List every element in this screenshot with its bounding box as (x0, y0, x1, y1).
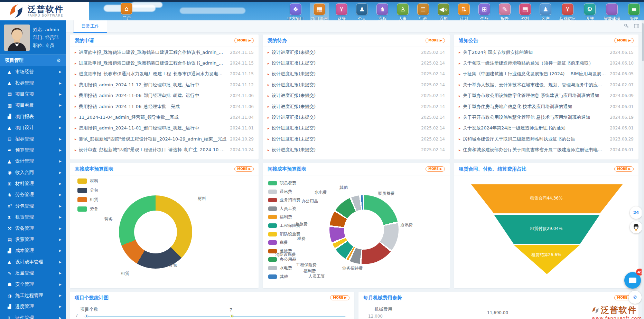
sidebar-item-20[interactable]: ◑ 施工过程管理 ▶ (0, 290, 66, 301)
sidebar-item-10[interactable]: ⊞ 材料管理 ▶ (0, 178, 66, 189)
nav-item-0[interactable]: ❖ 甲方项目 (286, 3, 305, 23)
legend-item[interactable]: 职员餐费 (268, 180, 296, 186)
tab-daily-work[interactable]: 日常工作 (73, 20, 107, 33)
sidebar-item-19[interactable]: ☗ 安全管理 ▶ (0, 279, 66, 290)
todo-row[interactable]: ▸设计进度汇报(未提交)2025.02.14 (263, 101, 450, 112)
sidebar-item-6[interactable]: ⊟ 招标管理 ▶ (0, 133, 66, 144)
request-row[interactable]: ▸进度款申报_珠海鹤港口建设_珠海鹤港口建设工程合作协议书_admin_...2… (70, 58, 259, 68)
more-button[interactable]: MORE ▶ (614, 166, 634, 172)
legend-item[interactable]: 材料 (77, 178, 98, 184)
sidebar-item-15[interactable]: ▤ 发票管理 ▶ (0, 234, 66, 245)
legend-item[interactable]: 水电费 (268, 265, 292, 271)
todo-row[interactable]: ▸设计进度汇报(未提交)2025.02.14 (263, 145, 450, 155)
notice-row[interactable]: ▸关于2024年国庆节放假安排的通知2024.06.15 (454, 47, 638, 58)
request-row[interactable]: ▸费用报销_admin_2024-11-12_部门经理审批_胡建,_运行中202… (70, 79, 259, 90)
sidebar-item-9[interactable]: ◉ 收入合同 ▶ (0, 167, 66, 178)
todo-row[interactable]: ▸设计进度汇报(未提交)2025.02.14 (263, 134, 450, 144)
sidebar-item-7[interactable]: ▰ 预算管理 ▶ (0, 145, 66, 156)
notice-row[interactable]: ▸于征集《中国建筑施工行业信息化发展报告 (2024) —BIM应用与发展》材料… (454, 69, 638, 79)
legend-item[interactable]: 人员工资 (268, 206, 296, 212)
sidebar-item-12[interactable]: x² 分包管理 ▶ (0, 201, 66, 212)
nav-item-9[interactable]: ⊞ 任务 (476, 3, 492, 23)
nav-item-12[interactable]: ♟ 客户 (538, 3, 553, 23)
nav-item-10[interactable]: ✎ 报告 (497, 3, 513, 23)
legend-item[interactable]: 福利费 (268, 214, 292, 220)
sidebar-item-0[interactable]: ▲ 市场经营 ▶ (0, 66, 66, 77)
legend-item[interactable]: 通讯费 (268, 189, 292, 195)
request-row[interactable]: ▸进度款申报_长春市伊通河水力发电厂改建工程_长春市伊通河水力发电...2024… (70, 69, 259, 79)
sidebar-item-5[interactable]: ▲ 项目设计 ▶ (0, 122, 66, 133)
sidebar-item-3[interactable]: ▥ 项目看板 ▶ (0, 100, 66, 111)
todo-row[interactable]: ▸设计进度汇报(未提交)2025.02.14 (263, 123, 450, 134)
notice-row[interactable]: ▸房和城乡建设厅关于取消二级建造师临时执业证书的公告2023.08.29 (454, 134, 638, 144)
notice-row[interactable]: ▸住房和城乡建设部办公厅关于同意吉林省开展二级建造师注册证书电子化试点...20… (454, 145, 638, 155)
sidebar-item-17[interactable]: ▲ 设计成本管理 ▶ (0, 257, 66, 268)
notice-row[interactable]: ▸关于领取一级注册建造师增项贴的通知（须持一建证书前来领取）2024.06.10 (454, 58, 638, 68)
request-row[interactable]: ▸11_2024-11-04_admin_经营部_领导审批__完成2024.11… (70, 112, 259, 123)
request-row[interactable]: ▸进度款申报_珠海鹤港口建设_珠海鹤港口建设工程合作协议书_admin_...2… (70, 47, 259, 58)
sidebar-item-8[interactable]: ▲ 设计管理 ▶ (0, 156, 66, 167)
todo-row[interactable]: ▸设计进度汇报(未提交)2025.02.14 (263, 90, 450, 101)
legend-item[interactable]: 劳务 (77, 206, 98, 212)
data-point[interactable] (230, 315, 233, 318)
phone-contact-button[interactable]: ✆ (628, 291, 642, 304)
nav-item-13[interactable]: ¥ 基础信息 (558, 3, 577, 23)
nav-item-15[interactable]: 智能建模 (602, 3, 622, 23)
request-row[interactable]: ▸设计审查_彭祖新城"四馆"景观工程设计项目_请选择_胡广生_2024-10-2… (70, 145, 259, 155)
legend-item[interactable]: 业务招待费 (268, 197, 300, 203)
more-button[interactable]: MORE ▶ (614, 38, 634, 43)
todo-row[interactable]: ▸设计进度汇报(未提交)2025.02.14 (263, 47, 450, 58)
sidebar-item-16[interactable]: ▟ 成本管理 ▶ (0, 245, 66, 256)
sidebar-item-18[interactable]: ✎ 质量管理 ▶ (0, 268, 66, 279)
scrollbar[interactable] (642, 20, 644, 319)
notice-row[interactable]: ▸关于举办大数据、云计算技术在城市建设、规划、管理与服务中的应用培训班...20… (454, 79, 638, 90)
nav-item-portal[interactable]: ⌂ 门户 (118, 3, 136, 21)
sidebar-item-14[interactable]: ⚒ 设备管理 ▶ (0, 223, 66, 234)
nav-item-3[interactable]: ♟ 个人 (354, 3, 370, 23)
request-row[interactable]: ▸费用报销_admin_2024-11-06_总经理审批__完成2024.11.… (70, 101, 259, 112)
nav-item-6[interactable]: ≣ 行政 (415, 3, 431, 23)
more-button[interactable]: MORE ▶ (426, 38, 445, 43)
sidebar-item-13[interactable]: ⧗ 租赁管理 ▶ (0, 212, 66, 223)
more-button[interactable]: MORE ▶ (234, 166, 254, 172)
request-row[interactable]: ▸费用报销_admin_2024-11-06_部门经理审批_胡建,_运行中202… (70, 90, 259, 101)
sidebar-item-11[interactable]: ♞ 劳务管理 ▶ (0, 189, 66, 200)
request-row[interactable]: ▸费用报销_admin_2024-11-01_部门经理审批_胡建,_运行中202… (70, 123, 259, 134)
nav-item-2[interactable]: ¥ 财务 (334, 3, 349, 23)
legend-item[interactable]: 消防设施费 (268, 231, 300, 237)
notice-row[interactable]: ▸关于发放2024年第24批一级建造师注册证书的通知2024.06.01 (454, 123, 638, 134)
sidebar-item-2[interactable]: ▤ 项目立项 ▶ (0, 89, 66, 100)
sidebar-section-project-management[interactable]: 项目管理 ⚙ (0, 55, 66, 66)
sidebar-item-22[interactable]: ▯ 证件管理 ▶ (0, 312, 66, 319)
key-icon[interactable] (624, 23, 629, 30)
nav-item-14[interactable]: ⚙ 系统 (582, 3, 598, 23)
nav-item-5[interactable]: ♙ 人事 (395, 3, 411, 23)
more-button[interactable]: MORE ▶ (330, 295, 349, 300)
notice-row[interactable]: ▸关于召开市政公用设施智慧化管理信 息技术与应用培训班的通知2024.06.19 (454, 112, 638, 123)
legend-item[interactable]: 税费 (268, 240, 288, 245)
legend-item[interactable]: 租赁 (77, 197, 98, 203)
funnel-segment[interactable] (514, 245, 580, 274)
more-button[interactable]: MORE ▶ (426, 166, 445, 172)
legend-item[interactable]: 分包 (77, 187, 98, 193)
todo-row[interactable]: ▸设计进度汇报(未提交)2025.02.14 (263, 112, 450, 123)
sidebar-item-4[interactable]: ▟ 项目报表 ▶ (0, 111, 66, 122)
panel-icon[interactable] (634, 23, 639, 30)
avatar[interactable] (4, 25, 30, 51)
legend-item[interactable]: 其他 (268, 274, 288, 280)
more-button[interactable]: MORE ▶ (234, 38, 254, 43)
todo-row[interactable]: ▸设计进度汇报(未提交)2025.02.14 (263, 79, 450, 90)
service-24h-button[interactable]: 24 (630, 206, 642, 219)
nav-item-1[interactable]: ▦ 项目管理 (310, 3, 329, 23)
sidebar-item-1[interactable]: ▲ 投标管理 ▶ (0, 77, 66, 88)
notice-row[interactable]: ▸关于举办市政公用设施数字化管理信息 系统建设与应用培训班的通知2024.06.… (454, 90, 638, 101)
nav-item-16[interactable]: ≡ 管理 (626, 3, 642, 23)
todo-row[interactable]: ▸设计进度汇报(未提交)2025.02.14 (263, 58, 450, 68)
todo-row[interactable]: ▸设计进度汇报(未提交)2025.02.14 (263, 69, 450, 79)
notice-row[interactable]: ▸关于举办住房与房地产信息化 技术及应用培训班的通知2024.06.01 (454, 101, 638, 112)
request-row[interactable]: ▸测试_彭祖新城"四馆"景观工程设计项目_2024-10-29_admin_结束… (70, 134, 259, 144)
nav-item-7[interactable]: ◀» 通知 (436, 3, 451, 23)
nav-item-4[interactable]: ⋔ 流程 (374, 3, 390, 23)
qq-contact-button[interactable] (630, 221, 642, 233)
data-point[interactable] (85, 315, 88, 318)
